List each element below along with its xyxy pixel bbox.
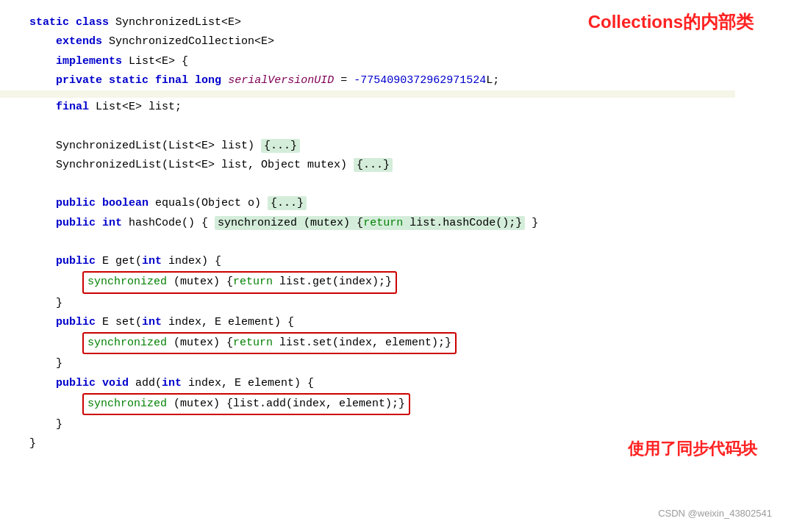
annotation-internal-class: Collections的内部类 [588,10,754,34]
annotation-sync-block: 使用了同步代码块 [628,438,757,460]
code-container: Collections的内部类 使用了同步代码块 static class Sy… [0,0,794,532]
code-pre2: final List<E> list; SynchronizedList(Lis… [29,98,765,454]
code-area: static class SynchronizedList<E> extends… [0,7,794,460]
csdn-watermark: CSDN @weixin_43802541 [658,508,772,519]
